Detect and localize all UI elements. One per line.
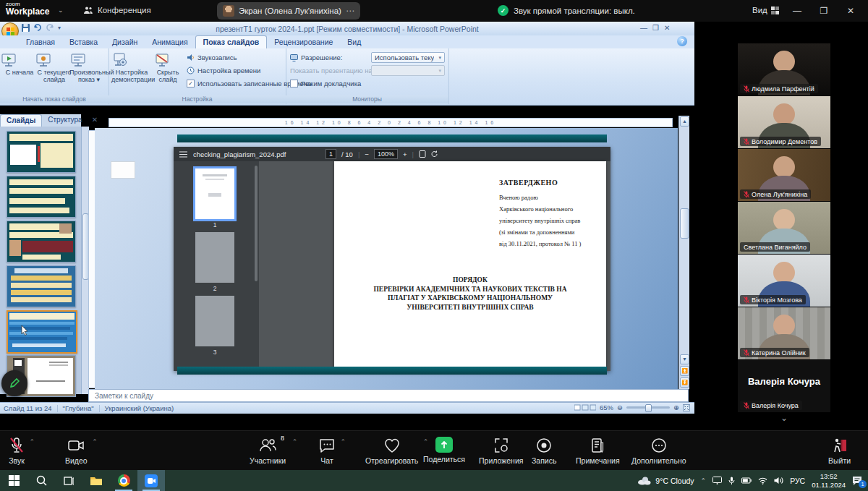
view-buttons-icon[interactable]	[574, 404, 596, 411]
tab-slideshow[interactable]: Показ слайдов	[195, 35, 268, 48]
tab-view[interactable]: Вид	[340, 36, 368, 48]
slide-thumbnail[interactable]	[7, 221, 76, 262]
annotation-pencil-button[interactable]	[1, 370, 27, 396]
ellipsis-icon[interactable]: ⋯	[346, 6, 354, 16]
scroll-up-icon[interactable]: ▲	[680, 116, 689, 127]
zoom-out-icon[interactable]: ⊖	[617, 404, 623, 411]
undo-icon[interactable]	[33, 24, 42, 32]
more-button[interactable]: Дополнительно	[631, 437, 686, 465]
slide-area-scrollbar[interactable]: ▲ ▼ ⏫ ⏬	[678, 116, 689, 389]
zoom-in-icon[interactable]: +	[403, 150, 407, 158]
react-button[interactable]: Отреагировать ⌃	[365, 437, 418, 465]
chat-button[interactable]: Чат ⌃	[318, 437, 336, 465]
slide-canvas[interactable]: checking_plagiarism_2024.pdf 1 / 10 | − …	[95, 128, 678, 389]
qat-customize-icon[interactable]: ▾	[58, 25, 61, 31]
wifi-icon[interactable]	[758, 477, 767, 484]
tab-animation[interactable]: Анимация	[145, 36, 195, 48]
language-switcher[interactable]: РУС	[790, 477, 805, 485]
menu-icon[interactable]	[179, 151, 187, 158]
weather-widget[interactable]: 9°C Cloudy	[637, 476, 694, 485]
from-current-slide-button[interactable]: С текущего слайда	[35, 51, 74, 84]
participant-video-active-speaker[interactable]: Олена Лук'янихіна	[738, 149, 830, 201]
next-slide-icon[interactable]: ⏬	[680, 377, 689, 388]
zoom-out-icon[interactable]: −	[365, 150, 369, 158]
fit-page-icon[interactable]	[419, 150, 426, 158]
resolution-dropdown[interactable]: Использовать текуще... ▾	[371, 52, 445, 63]
redo-icon[interactable]	[46, 24, 54, 32]
ppt-minimize-button[interactable]: —	[640, 24, 647, 32]
mic-tray-icon[interactable]	[728, 477, 735, 485]
tray-expand-chevron-icon[interactable]: ⌃	[701, 477, 707, 484]
slide-thumbnail[interactable]	[7, 131, 76, 173]
tab-design[interactable]: Дизайн	[105, 36, 145, 48]
scroll-participants-chevron-icon[interactable]: ⌄	[775, 413, 793, 423]
zoom-in-icon[interactable]: ⊕	[673, 404, 679, 411]
language-indicator[interactable]: Украинский (Украина)	[105, 404, 174, 412]
tab-review[interactable]: Рецензирование	[267, 36, 340, 48]
pdf-zoom-value[interactable]: 100%	[374, 149, 398, 159]
start-button[interactable]	[0, 470, 27, 491]
slide-thumbnail-selected[interactable]	[7, 310, 77, 354]
share-button[interactable]: Поделиться	[423, 437, 465, 464]
notes-pane[interactable]: Заметки к слайду	[88, 389, 689, 402]
taskbar-clock[interactable]: 13:52 01.11.2024	[812, 472, 846, 489]
video-button[interactable]: Видео ⌃	[65, 437, 88, 465]
close-panel-icon[interactable]: ✕	[88, 114, 101, 127]
zoom-percent[interactable]: 65%	[600, 404, 613, 411]
previous-slide-icon[interactable]: ⏫	[680, 366, 689, 376]
slide-thumbnail[interactable]	[7, 176, 76, 218]
participant-video[interactable]: Вікторія Мозгова	[738, 255, 830, 307]
pdf-sidebar-scrollbar[interactable]	[255, 166, 258, 281]
scrollbar-thumb[interactable]	[680, 208, 689, 239]
restore-button[interactable]: ❐	[814, 6, 834, 16]
ppt-restore-button[interactable]: ❐	[652, 24, 659, 32]
search-button[interactable]	[27, 470, 55, 491]
slide-thumbnail[interactable]	[7, 265, 76, 307]
pdf-page2-thumb[interactable]	[195, 232, 234, 283]
tab-outline[interactable]: Структура	[42, 114, 88, 127]
tab-insert[interactable]: Вставка	[62, 36, 105, 48]
screen-cast-icon[interactable]	[712, 477, 722, 484]
pdf-page1-thumb[interactable]	[195, 168, 234, 219]
hide-slide-button[interactable]: Скрыть слайд	[153, 51, 182, 84]
tab-shared-screen[interactable]: Экран (Олена Лук'янихіна) ⋯	[217, 2, 360, 20]
pdf-page-input[interactable]: 1	[326, 149, 336, 159]
chat-options-chevron[interactable]: ⌃	[340, 438, 346, 445]
video-options-chevron[interactable]: ⌃	[92, 438, 98, 445]
participant-video-off[interactable]: Валерія Кочура Валерія Кочура	[738, 360, 830, 412]
pdf-page3-thumb[interactable]	[195, 296, 234, 346]
participants-button[interactable]: 8 Участники ⌃	[250, 437, 286, 465]
volume-icon[interactable]	[774, 477, 783, 484]
ppt-close-button[interactable]: ✕	[664, 24, 670, 32]
fit-to-window-icon[interactable]	[683, 404, 690, 411]
view-button[interactable]: Вид	[752, 6, 779, 14]
audio-options-chevron[interactable]: ⌃	[29, 438, 35, 445]
task-view-button[interactable]	[55, 470, 82, 491]
setup-show-button[interactable]: Настройка демонстрации	[111, 51, 152, 84]
participants-options-chevron[interactable]: ⌃	[292, 438, 298, 445]
leave-button[interactable]: Выйти	[828, 437, 851, 465]
file-explorer-button[interactable]	[82, 470, 110, 491]
save-icon[interactable]	[22, 24, 30, 32]
participant-video[interactable]: Володимир Дементов	[738, 96, 830, 148]
chevron-down-icon[interactable]: ⌄	[58, 7, 64, 14]
help-icon[interactable]: ?	[677, 36, 687, 46]
tab-meeting[interactable]: Конференция	[83, 6, 151, 14]
apps-button[interactable]: Приложения	[479, 437, 523, 465]
participant-video[interactable]: Светлана Виганяйло	[738, 202, 830, 254]
notification-center-button[interactable]: 1	[852, 476, 862, 485]
participant-video[interactable]: Катерина Олійник	[738, 307, 830, 359]
notes-button[interactable]: Примечания	[576, 437, 620, 465]
scroll-down-icon[interactable]: ▼	[680, 354, 689, 364]
record-narration-item[interactable]: Звукозапись	[187, 54, 237, 61]
tab-slides[interactable]: Слайды	[0, 114, 42, 127]
participant-video[interactable]: Людмила Парфентій	[738, 43, 830, 95]
presenter-view-item[interactable]: Режим докладчика	[290, 80, 361, 87]
rotate-icon[interactable]	[431, 150, 438, 158]
custom-show-button[interactable]: Произвольный показ ▾	[69, 51, 109, 84]
audio-button[interactable]: Звук ⌃	[9, 437, 25, 465]
minimize-button[interactable]: —	[787, 6, 807, 16]
tab-home[interactable]: Главная	[19, 36, 62, 48]
close-button[interactable]: ✕	[841, 6, 861, 16]
battery-icon[interactable]	[741, 477, 752, 484]
